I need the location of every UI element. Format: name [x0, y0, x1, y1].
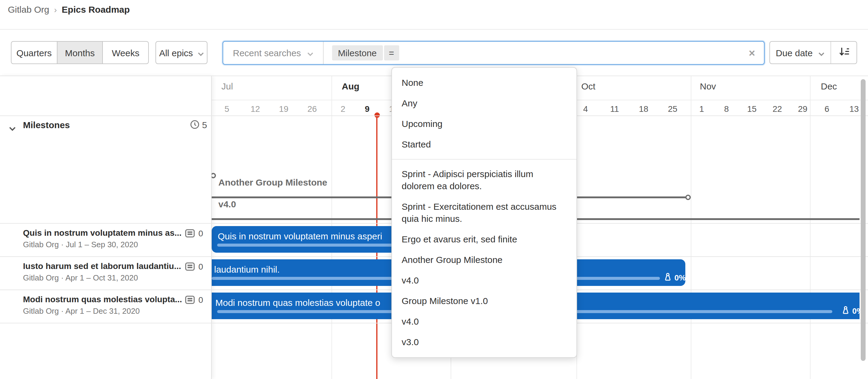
epic-issue-count: 0: [198, 262, 203, 271]
dropdown-item[interactable]: Upcoming: [392, 114, 577, 134]
date-tick: 11: [610, 104, 619, 114]
epic-meta: Gitlab Org · Jul 1 – Sep 30, 2020: [23, 240, 138, 249]
epic-title[interactable]: Modi nostrum quas molestias volupta...: [23, 295, 182, 304]
epic-meta: Gitlab Org · Apr 1 – Oct 31, 2020: [23, 273, 138, 282]
epic-list-item[interactable]: Iusto harum sed et laborum laudantiu...G…: [0, 256, 211, 289]
date-tick: 18: [639, 104, 648, 114]
chevron-down-icon: [819, 47, 825, 58]
dropdown-item[interactable]: Group Milestone v1.0: [392, 291, 577, 311]
filtered-search-bar[interactable]: Recent searches Milestone = ✕: [223, 41, 765, 65]
epics-roadmap-page: Gitlab Org › Epics Roadmap Quarters Mont…: [0, 0, 868, 379]
chevron-down-icon: [307, 48, 313, 58]
preset-months-button[interactable]: Months: [57, 42, 103, 64]
date-tick: 9: [365, 104, 370, 114]
filter-divider: [323, 42, 323, 64]
date-tick: 22: [772, 104, 782, 114]
epic-progress-label: 0%: [675, 273, 685, 282]
chevron-down-icon[interactable]: [9, 123, 16, 134]
filter-token-name[interactable]: Milestone: [332, 45, 382, 61]
epic-icon: [185, 262, 195, 273]
month-gridline: [810, 75, 810, 379]
breadcrumb-group-link[interactable]: Gitlab Org: [8, 4, 49, 14]
clear-filter-icon[interactable]: ✕: [748, 48, 755, 58]
month-label: Dec: [821, 81, 837, 91]
date-tick: 26: [307, 104, 317, 114]
epic-title[interactable]: Iusto harum sed et laborum laudantiu...: [23, 261, 181, 271]
epic-bar-label: Quis in nostrum voluptatem minus asperi: [218, 231, 382, 241]
dropdown-item[interactable]: Ergo et avarus erit, sed finite: [392, 229, 577, 250]
month-label: Nov: [700, 81, 716, 91]
recent-searches-dropdown[interactable]: Recent searches: [223, 42, 323, 64]
dropdown-divider: [392, 159, 577, 160]
epics-filter-label: All epics: [159, 47, 193, 58]
breadcrumb: Gitlab Org › Epics Roadmap: [8, 4, 130, 14]
date-tick: 15: [747, 104, 756, 114]
date-tick: 12: [250, 104, 260, 114]
epic-progress-indicator: 0%: [663, 273, 685, 283]
today-marker-dot: [374, 112, 379, 118]
epic-progress-indicator: 0%: [841, 306, 860, 316]
weight-icon: [663, 273, 672, 283]
epic-list-item[interactable]: Quis in nostrum voluptatem minus as...Gi…: [0, 223, 211, 256]
dropdown-item[interactable]: None: [392, 73, 577, 93]
milestones-section-header[interactable]: Milestones 5: [0, 116, 211, 137]
breadcrumb-divider: [0, 29, 868, 30]
milestones-count: 5: [202, 120, 207, 130]
vertical-scrollbar-thumb[interactable]: [861, 79, 866, 361]
epic-issue-count: 0: [198, 295, 203, 305]
date-tick: 1: [699, 104, 704, 114]
date-tick: 5: [224, 104, 229, 114]
dropdown-item[interactable]: Started: [392, 134, 577, 155]
dropdown-item[interactable]: Sprint - Exercitationem est accusamus qu…: [392, 197, 577, 229]
preset-weeks-button[interactable]: Weeks: [103, 42, 148, 64]
timeframe-preset-group: Quarters Months Weeks: [11, 41, 149, 64]
month-gridline: [690, 75, 691, 379]
sort-direction-icon: [839, 46, 849, 59]
dropdown-item[interactable]: v4.0: [392, 270, 577, 291]
sort-direction-button[interactable]: [831, 42, 857, 64]
sort-button-group: Due date: [769, 41, 857, 64]
date-tick: 8: [724, 104, 729, 114]
milestone-label: v4.0: [218, 199, 236, 209]
epic-icon: [185, 296, 195, 306]
epic-progress-label: 0%: [852, 306, 860, 315]
dropdown-item[interactable]: v4.0: [392, 311, 577, 332]
filter-token[interactable]: Milestone =: [332, 45, 399, 61]
date-tick: 2: [341, 104, 345, 114]
month-label: Oct: [581, 81, 595, 91]
milestones-section-title: Milestones: [23, 120, 70, 130]
milestone-filter-dropdown: NoneAnyUpcomingStartedSprint - Adipisci …: [391, 67, 577, 358]
milestone-label: Another Group Milestone: [218, 177, 327, 187]
date-tick: 29: [798, 104, 807, 114]
sort-by-label: Due date: [776, 47, 813, 58]
epics-sidebar: Milestones 5 Quis in nostrum voluptatem …: [0, 75, 212, 379]
breadcrumb-separator: ›: [54, 4, 57, 14]
month-label: Jul: [221, 81, 233, 91]
epic-issue-count: 0: [198, 229, 203, 238]
milestone-end-ring: [685, 195, 691, 200]
weight-icon: [841, 306, 850, 316]
dropdown-item[interactable]: Another Group Milestone: [392, 250, 577, 270]
filter-token-operator[interactable]: =: [384, 45, 399, 61]
preset-quarters-button[interactable]: Quarters: [11, 42, 57, 64]
epics-filter-dropdown-button[interactable]: All epics: [155, 41, 208, 64]
date-tick: 25: [668, 104, 677, 114]
epic-list-item[interactable]: Modi nostrum quas molestias volupta...Gi…: [0, 289, 211, 323]
epic-meta: Gitlab Org · Apr 1 – Dec 31, 2020: [23, 306, 140, 315]
dropdown-item[interactable]: v3.0: [392, 332, 577, 352]
date-tick: 6: [825, 104, 829, 114]
epic-icon: [185, 229, 195, 240]
breadcrumb-current: Epics Roadmap: [62, 4, 130, 14]
recent-searches-label: Recent searches: [233, 48, 301, 58]
clock-icon: [190, 120, 199, 132]
date-tick: 19: [279, 104, 288, 114]
chevron-down-icon: [198, 47, 204, 58]
epic-bar-label: laudantium nihil.: [214, 264, 280, 274]
date-tick: 13: [849, 104, 859, 114]
dropdown-item[interactable]: Any: [392, 93, 577, 114]
date-tick: 4: [583, 104, 588, 114]
epic-title[interactable]: Quis in nostrum voluptatem minus as...: [23, 228, 182, 238]
epic-bar-label: Modi nostrum quas molestias voluptate o: [215, 298, 380, 308]
sort-by-dropdown-button[interactable]: Due date: [770, 42, 831, 64]
dropdown-item[interactable]: Sprint - Adipisci perspiciatis illum dol…: [392, 164, 577, 197]
